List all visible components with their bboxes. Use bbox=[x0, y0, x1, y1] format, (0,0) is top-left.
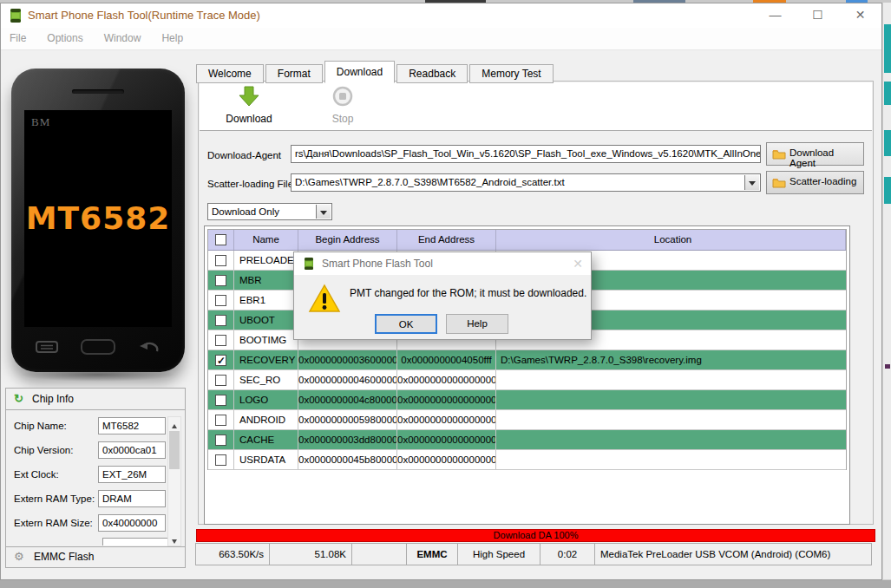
phone-speaker bbox=[72, 89, 124, 94]
partition-name-cell[interactable]: PRELOADER bbox=[234, 251, 298, 270]
chip-field-value[interactable]: 0x0000ca01 bbox=[98, 441, 166, 459]
menu-item-file[interactable]: File bbox=[1, 28, 36, 49]
download-agent-input[interactable]: rs\Даня\Downloads\SP_Flash_Tool_Win_v5.1… bbox=[291, 145, 761, 163]
menu-item-window[interactable]: Window bbox=[94, 28, 152, 49]
partition-name-cell[interactable]: UBOOT bbox=[234, 310, 298, 330]
partition-name-cell[interactable]: BOOTIMG bbox=[234, 330, 298, 350]
background-strip-right bbox=[884, 82, 891, 105]
partition-name-cell[interactable]: LOGO bbox=[234, 390, 298, 409]
scrollbar-thumb[interactable] bbox=[169, 431, 180, 469]
flash-type-label: EMMC Flash bbox=[34, 547, 94, 567]
chip-info-row: Extern RAM Size:0x40000000 bbox=[6, 513, 185, 538]
scatter-loading-button[interactable]: Scatter-loading bbox=[766, 171, 864, 194]
header-name[interactable]: Name bbox=[234, 230, 298, 250]
partition-name-cell[interactable]: RECOVERY bbox=[234, 350, 298, 369]
chip-info-title: Chip Info bbox=[32, 389, 74, 409]
tab-download[interactable]: Download bbox=[324, 61, 395, 83]
row-checkbox[interactable] bbox=[208, 291, 234, 310]
begin-address-cell[interactable]: 0x000000003dd80000 bbox=[298, 430, 397, 449]
maximize-button[interactable]: ☐ bbox=[796, 3, 839, 28]
download-mode-value: Download Only bbox=[212, 206, 279, 217]
close-button[interactable]: ✕ bbox=[839, 3, 881, 28]
begin-address-cell[interactable]: 0x0000000004600000 bbox=[298, 370, 397, 389]
chip-field-clipped bbox=[102, 538, 170, 546]
end-address-cell[interactable]: 0x0000000000000000 bbox=[397, 450, 496, 469]
row-checkbox[interactable] bbox=[208, 271, 234, 290]
chevron-down-icon[interactable] bbox=[744, 175, 759, 190]
location-cell[interactable] bbox=[496, 450, 846, 469]
status-cell: MediaTek PreLoader USB VCOM (Android) (C… bbox=[594, 543, 872, 565]
header-end-address[interactable]: End Address bbox=[397, 230, 496, 250]
menu-item-options[interactable]: Options bbox=[36, 28, 93, 49]
location-cell[interactable] bbox=[496, 410, 846, 429]
location-cell[interactable] bbox=[496, 390, 846, 409]
scroll-up-icon[interactable] bbox=[168, 417, 180, 429]
scatter-loading-label: Scatter-loading bbox=[789, 176, 856, 186]
end-address-cell[interactable]: 0x0000000000000000 bbox=[397, 430, 496, 449]
tab-format[interactable]: Format bbox=[265, 64, 323, 83]
download-mode-combo[interactable]: Download Only bbox=[207, 203, 332, 220]
partition-name-cell[interactable]: MBR bbox=[234, 271, 298, 290]
table-header-row: Name Begin Address End Address Location bbox=[208, 230, 846, 251]
chip-info-scrollbar[interactable] bbox=[167, 416, 181, 546]
end-address-cell[interactable]: 0x0000000000000000 bbox=[397, 370, 496, 389]
scroll-down-icon[interactable] bbox=[168, 533, 180, 546]
tab-welcome[interactable]: Welcome bbox=[196, 64, 264, 83]
stop-button[interactable]: Stop bbox=[304, 86, 382, 125]
help-button[interactable]: Help bbox=[446, 314, 508, 334]
chip-info-row: Ext Clock:EXT_26M bbox=[6, 465, 185, 489]
row-checkbox[interactable] bbox=[208, 330, 234, 350]
location-cell[interactable] bbox=[496, 370, 846, 389]
scatter-file-combo[interactable]: D:\Games\TWRP_2.8.7.0_S398\MT6582_Androi… bbox=[291, 173, 761, 192]
chevron-down-icon[interactable] bbox=[316, 205, 331, 219]
row-checkbox[interactable]: ✓ bbox=[208, 350, 234, 369]
background-strip-bottom bbox=[0, 580, 891, 588]
partition-name-cell[interactable]: USRDATA bbox=[234, 450, 298, 469]
begin-address-cell[interactable]: 0x0000000045b80000 bbox=[298, 450, 397, 469]
download-button[interactable]: Download bbox=[210, 86, 288, 125]
window-title: Smart Phone Flash Tool(Runtime Trace Mod… bbox=[28, 3, 260, 28]
dialog-message: PMT changed for the ROM; it must be down… bbox=[350, 287, 586, 299]
title-bar: Smart Phone Flash Tool(Runtime Trace Mod… bbox=[1, 3, 881, 28]
row-checkbox[interactable] bbox=[208, 430, 234, 449]
begin-address-cell[interactable]: 0x0000000003600000 bbox=[298, 350, 397, 369]
chip-field-value[interactable]: 0x40000000 bbox=[98, 514, 166, 532]
partition-name-cell[interactable]: SEC_RO bbox=[234, 370, 298, 389]
status-cell bbox=[351, 543, 407, 565]
menu-item-help[interactable]: Help bbox=[151, 28, 193, 49]
row-checkbox[interactable] bbox=[208, 410, 234, 429]
end-address-cell[interactable]: 0x0000000000000000 bbox=[397, 410, 496, 429]
row-checkbox[interactable] bbox=[208, 390, 234, 409]
chip-field-value[interactable]: MT6582 bbox=[98, 417, 166, 434]
dialog-title-bar[interactable]: Smart Phone Flash Tool ✕ bbox=[294, 252, 591, 275]
row-checkbox[interactable] bbox=[208, 450, 234, 469]
app-window: Smart Phone Flash Tool(Runtime Trace Mod… bbox=[0, 3, 882, 580]
row-checkbox[interactable] bbox=[208, 310, 234, 330]
home-key-icon bbox=[81, 339, 115, 358]
download-agent-browse-button[interactable]: Download Agent bbox=[766, 142, 864, 166]
tab-memory-test[interactable]: Memory Test bbox=[469, 64, 553, 83]
minimize-button[interactable]: — bbox=[754, 3, 796, 28]
location-cell[interactable]: D:\Games\TWRP_2.8.7.0_S398\recovery.img bbox=[496, 350, 846, 369]
header-location[interactable]: Location bbox=[496, 230, 846, 250]
begin-address-cell[interactable]: 0x0000000005980000 bbox=[298, 410, 397, 429]
status-cell: EMMC bbox=[406, 543, 458, 565]
chip-field-value[interactable]: DRAM bbox=[98, 490, 166, 507]
chip-field-label: Ext Clock: bbox=[14, 469, 59, 480]
tab-readback[interactable]: Readback bbox=[396, 64, 468, 83]
chip-field-value[interactable]: EXT_26M bbox=[98, 466, 166, 483]
row-checkbox[interactable] bbox=[208, 370, 234, 389]
end-address-cell[interactable]: 0x0000000000000000 bbox=[397, 390, 496, 409]
partition-name-cell[interactable]: EBR1 bbox=[234, 291, 298, 310]
dialog-close-icon[interactable]: ✕ bbox=[573, 252, 583, 275]
partition-name-cell[interactable]: ANDROID bbox=[234, 410, 298, 429]
chip-info-panel: ↻ Chip Info Chip Name:MT6582Chip Version… bbox=[5, 388, 186, 568]
partition-name-cell[interactable]: CACHE bbox=[234, 430, 298, 449]
location-cell[interactable] bbox=[496, 430, 846, 449]
row-checkbox[interactable] bbox=[208, 251, 234, 270]
ok-button[interactable]: OK bbox=[375, 314, 437, 334]
select-all-checkbox[interactable] bbox=[208, 230, 234, 250]
header-begin-address[interactable]: Begin Address bbox=[298, 230, 397, 250]
begin-address-cell[interactable]: 0x0000000004c80000 bbox=[298, 390, 397, 409]
end-address-cell[interactable]: 0x0000000004050fff bbox=[397, 350, 496, 369]
